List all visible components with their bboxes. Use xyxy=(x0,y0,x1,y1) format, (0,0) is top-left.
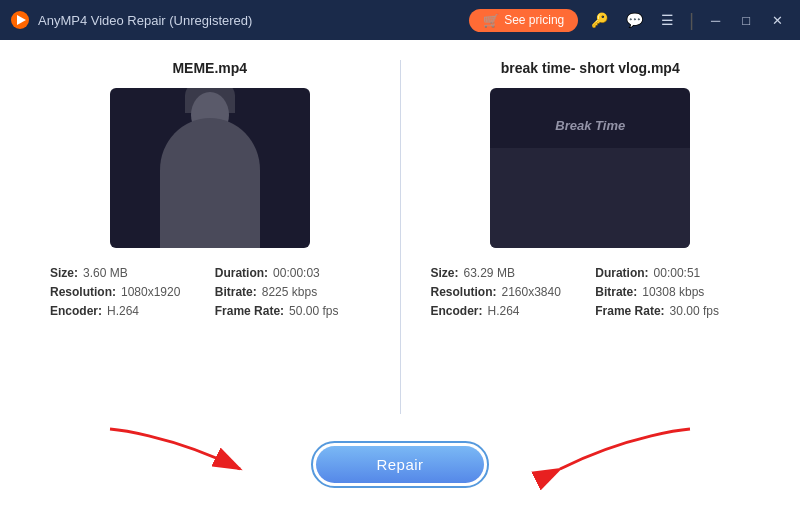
left-resolution-value: 1080x1920 xyxy=(121,285,180,299)
right-resolution-label: Resolution: xyxy=(431,285,497,299)
left-size-value: 3.60 MB xyxy=(83,266,128,280)
divider: | xyxy=(689,10,694,31)
titlebar: AnyMP4 Video Repair (Unregistered) 🛒 See… xyxy=(0,0,800,40)
right-bitrate-label: Bitrate: xyxy=(595,285,637,299)
left-encoder-value: H.264 xyxy=(107,304,139,318)
left-framerate-label: Frame Rate: xyxy=(215,304,284,318)
pricing-label: See pricing xyxy=(504,13,564,27)
pricing-button[interactable]: 🛒 See pricing xyxy=(469,9,578,32)
video-overlay-text: Break Time xyxy=(555,118,625,133)
left-info-row-1: Size: 3.60 MB Duration: 00:00:03 xyxy=(50,266,370,280)
left-resolution-col: Resolution: 1080x1920 xyxy=(50,285,205,299)
right-bitrate-col: Bitrate: 10308 kbps xyxy=(595,285,750,299)
left-bitrate-value: 8225 kbps xyxy=(262,285,317,299)
left-encoder-col: Encoder: H.264 xyxy=(50,304,205,318)
right-size-col: Size: 63.29 MB xyxy=(431,266,586,280)
left-encoder-label: Encoder: xyxy=(50,304,102,318)
app-title: AnyMP4 Video Repair (Unregistered) xyxy=(38,13,469,28)
video-panels: MEME.mp4 Size: 3.60 MB Duration: 00:00:0… xyxy=(30,60,770,414)
repair-button[interactable]: Repair xyxy=(316,446,483,483)
right-encoder-label: Encoder: xyxy=(431,304,483,318)
main-content: MEME.mp4 Size: 3.60 MB Duration: 00:00:0… xyxy=(0,40,800,524)
right-info-row-1: Size: 63.29 MB Duration: 00:00:51 xyxy=(431,266,751,280)
left-bitrate-label: Bitrate: xyxy=(215,285,257,299)
left-size-label: Size: xyxy=(50,266,78,280)
left-framerate-value: 50.00 fps xyxy=(289,304,338,318)
right-framerate-value: 30.00 fps xyxy=(670,304,719,318)
right-framerate-label: Frame Rate: xyxy=(595,304,664,318)
right-duration-value: 00:00:51 xyxy=(654,266,701,280)
right-resolution-value: 2160x3840 xyxy=(502,285,561,299)
person-body xyxy=(160,118,260,248)
left-video-thumbnail xyxy=(110,88,310,248)
left-resolution-label: Resolution: xyxy=(50,285,116,299)
left-info-row-3: Encoder: H.264 Frame Rate: 50.00 fps xyxy=(50,304,370,318)
left-info-table: Size: 3.60 MB Duration: 00:00:03 Resolut… xyxy=(50,266,370,323)
right-video-thumbnail: Break Time xyxy=(490,88,690,248)
left-duration-value: 00:00:03 xyxy=(273,266,320,280)
key-icon[interactable]: 🔑 xyxy=(586,10,613,30)
cart-icon: 🛒 xyxy=(483,13,499,28)
close-button[interactable]: ✕ xyxy=(765,11,790,30)
app-logo xyxy=(10,10,30,30)
right-duration-label: Duration: xyxy=(595,266,648,280)
repair-button-wrapper: Repair xyxy=(311,441,488,488)
chat-icon[interactable]: 💬 xyxy=(621,10,648,30)
maximize-button[interactable]: □ xyxy=(735,11,757,30)
left-panel: MEME.mp4 Size: 3.60 MB Duration: 00:00:0… xyxy=(30,60,390,414)
right-duration-col: Duration: 00:00:51 xyxy=(595,266,750,280)
menu-icon[interactable]: ☰ xyxy=(656,10,679,30)
bottom-section: Repair xyxy=(30,414,770,514)
left-duration-col: Duration: 00:00:03 xyxy=(215,266,370,280)
right-info-table: Size: 63.29 MB Duration: 00:00:51 Resolu… xyxy=(431,266,751,323)
right-size-label: Size: xyxy=(431,266,459,280)
titlebar-actions: 🛒 See pricing 🔑 💬 ☰ | ─ □ ✕ xyxy=(469,9,790,32)
right-arrow xyxy=(530,419,710,489)
left-panel-title: MEME.mp4 xyxy=(172,60,247,76)
panel-divider xyxy=(400,60,401,414)
left-framerate-col: Frame Rate: 50.00 fps xyxy=(215,304,370,318)
left-bitrate-col: Bitrate: 8225 kbps xyxy=(215,285,370,299)
minimize-button[interactable]: ─ xyxy=(704,11,727,30)
left-arrow xyxy=(90,419,270,489)
left-size-col: Size: 3.60 MB xyxy=(50,266,205,280)
right-size-value: 63.29 MB xyxy=(464,266,515,280)
right-panel-title: break time- short vlog.mp4 xyxy=(501,60,680,76)
right-info-row-3: Encoder: H.264 Frame Rate: 30.00 fps xyxy=(431,304,751,318)
right-resolution-col: Resolution: 2160x3840 xyxy=(431,285,586,299)
left-info-row-2: Resolution: 1080x1920 Bitrate: 8225 kbps xyxy=(50,285,370,299)
right-encoder-value: H.264 xyxy=(488,304,520,318)
left-duration-label: Duration: xyxy=(215,266,268,280)
right-bitrate-value: 10308 kbps xyxy=(642,285,704,299)
right-panel: break time- short vlog.mp4 Break Time Si… xyxy=(411,60,771,414)
right-info-row-2: Resolution: 2160x3840 Bitrate: 10308 kbp… xyxy=(431,285,751,299)
right-person-silhouette xyxy=(490,148,690,248)
right-framerate-col: Frame Rate: 30.00 fps xyxy=(595,304,750,318)
right-encoder-col: Encoder: H.264 xyxy=(431,304,586,318)
